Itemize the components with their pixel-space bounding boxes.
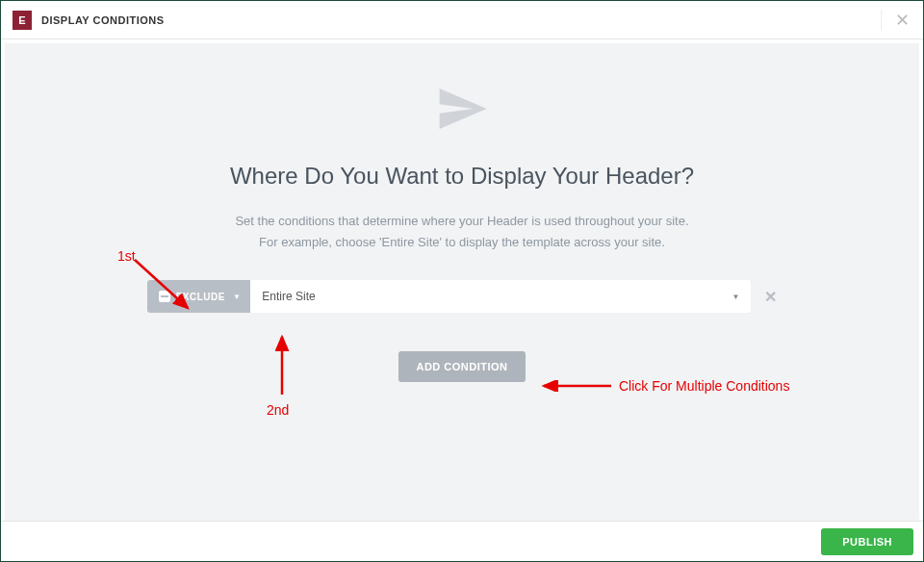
- modal-header: E DISPLAY CONDITIONS ✕: [1, 1, 923, 39]
- annotation-arrow-3: [539, 380, 616, 392]
- condition-row: EXCLUDE ▼ Entire Site ▼ ✕: [5, 280, 919, 313]
- close-icon: ✕: [895, 10, 910, 31]
- condition-type-dropdown[interactable]: EXCLUDE ▼: [147, 280, 251, 313]
- chevron-down-icon: ▼: [732, 293, 739, 301]
- page-heading: Where Do You Want to Display Your Header…: [5, 163, 919, 190]
- close-button[interactable]: ✕: [881, 10, 910, 31]
- modal-footer: PUBLISH: [1, 521, 923, 561]
- subtext-line-2: For example, choose 'Entire Site' to dis…: [5, 232, 919, 253]
- condition-scope-dropdown[interactable]: Entire Site ▼: [250, 280, 751, 313]
- condition-type-label: EXCLUDE: [176, 292, 225, 302]
- annotation-2nd: 2nd: [267, 402, 289, 418]
- minus-icon: [159, 291, 170, 302]
- annotation-click-multiple: Click For Multiple Conditions: [619, 378, 789, 394]
- condition-scope-value: Entire Site: [262, 290, 315, 303]
- subtext-line-1: Set the conditions that determine where …: [5, 211, 919, 232]
- annotation-arrow-2: [272, 332, 292, 399]
- elementor-logo-icon: E: [13, 11, 32, 30]
- modal-title: DISPLAY CONDITIONS: [41, 14, 165, 26]
- remove-condition-button[interactable]: ✕: [764, 288, 777, 306]
- publish-button[interactable]: PUBLISH: [821, 528, 913, 555]
- modal-body: Where Do You Want to Display Your Header…: [5, 43, 919, 523]
- paper-plane-icon: [5, 82, 919, 136]
- chevron-down-icon: ▼: [233, 293, 241, 301]
- page-subtext: Set the conditions that determine where …: [5, 211, 919, 253]
- logo-letter: E: [18, 14, 25, 26]
- add-condition-button[interactable]: ADD CONDITION: [398, 351, 525, 382]
